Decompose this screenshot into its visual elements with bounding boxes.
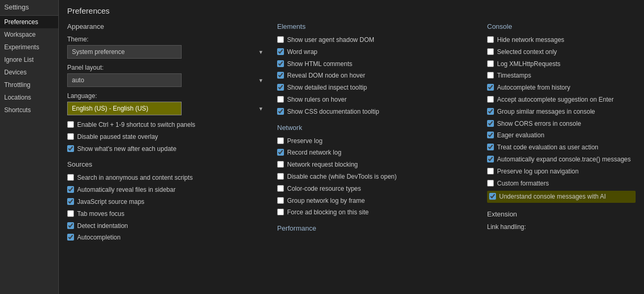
checkbox-preservelognavrow[interactable]: [487, 168, 494, 175]
checkbox-forceadblock-label: Force ad blocking on this site: [287, 208, 368, 217]
checkbox-eagerevaluation-row: Eager evaluation: [487, 131, 636, 140]
sidebar-item-shortcuts[interactable]: Shortcuts: [0, 104, 58, 116]
checkbox-selectedcontext[interactable]: [487, 48, 494, 55]
checkbox-timestamps-label: Timestamps: [497, 71, 531, 80]
checkbox-rulersonhover-label: Show rulers on hover: [287, 95, 346, 104]
checkbox-colorcoderesource[interactable]: [277, 185, 284, 192]
checkbox-customformatters-row: Custom formatters: [487, 179, 636, 188]
sidebar-title: Settings: [0, 0, 58, 16]
checkbox-ctrl19[interactable]: [67, 121, 74, 128]
checkbox-selectedcontext-label: Selected context only: [497, 48, 557, 57]
checkbox-jssourcemaps[interactable]: [67, 198, 74, 205]
checkbox-eagerevaluation[interactable]: [487, 132, 494, 138]
checkbox-autoexpandtrace[interactable]: [487, 156, 494, 162]
checkbox-timestamps-row: Timestamps: [487, 71, 636, 80]
checkbox-jssourcemaps-row: JavaScript source maps: [67, 198, 267, 206]
checkbox-networkreqblock[interactable]: [277, 161, 284, 168]
checkbox-anoncontent-label: Search in anonymous and content scripts: [77, 173, 193, 182]
sources-section-title: Sources: [67, 160, 267, 168]
checkbox-groupnetwork[interactable]: [277, 197, 284, 204]
theme-select[interactable]: System preference Light Dark: [67, 45, 182, 59]
checkbox-detailedinspect-label: Show detailed inspect tooltip: [287, 83, 367, 92]
checkbox-acceptautocomplete-row: Accept autocomplete suggestion on Enter: [487, 95, 636, 104]
checkbox-treatcodeeval[interactable]: [487, 144, 494, 150]
checkbox-revealdom[interactable]: [277, 72, 284, 79]
checkbox-revealdom-row: Reveal DOM node on hover: [277, 71, 477, 80]
performance-section: Performance: [277, 224, 477, 232]
checkbox-colorcoderesource-label: Color-code resource types: [287, 184, 361, 193]
checkbox-shadowdom[interactable]: [277, 36, 284, 43]
checkbox-whatsnew[interactable]: [67, 145, 74, 152]
link-handling-label: Link handling:: [487, 223, 636, 231]
checkbox-rulersonhover[interactable]: [277, 96, 284, 103]
performance-section-title: Performance: [277, 224, 477, 232]
checkbox-forceadblock[interactable]: [277, 209, 284, 215]
checkbox-recordnetwork-label: Record network log: [287, 148, 341, 157]
checkbox-htmlcomments[interactable]: [277, 60, 284, 67]
checkbox-understandconsole[interactable]: [489, 193, 496, 200]
extension-section: Extension Link handling:: [487, 210, 636, 231]
checkbox-selectedcontext-row: Selected context only: [487, 48, 636, 57]
checkbox-preservelognavrow-label: Preserve log upon navigation: [497, 167, 578, 176]
sidebar-item-experiments[interactable]: Experiments: [0, 41, 58, 53]
checkbox-htmlcomments-row: Show HTML comments: [277, 60, 477, 69]
checkbox-disablecache-label: Disable cache (while DevTools is open): [287, 172, 397, 181]
panel-select-wrapper: auto horizontal vertical ▼: [67, 73, 267, 87]
sidebar-item-locations[interactable]: Locations: [0, 91, 58, 104]
sidebar-item-preferences[interactable]: Preferences: [0, 16, 58, 28]
col-left: Appearance Theme: System preference Ligh…: [67, 23, 267, 245]
checkbox-groupnetwork-row: Group network log by frame: [277, 197, 477, 205]
checkbox-timestamps[interactable]: [487, 72, 494, 79]
checkbox-revealdom-label: Reveal DOM node on hover: [287, 71, 365, 80]
checkbox-disablecache[interactable]: [277, 173, 284, 180]
checkbox-autocompletehistory-row: Autocomplete from history: [487, 83, 636, 92]
sidebar-item-throttling[interactable]: Throttling: [0, 79, 58, 91]
checkbox-detailedinspect[interactable]: [277, 84, 284, 91]
checkbox-hidenetwork[interactable]: [487, 36, 494, 43]
sidebar-item-ignore-list[interactable]: Ignore List: [0, 53, 58, 66]
checkbox-wordwrap[interactable]: [277, 48, 284, 55]
checkbox-tabfocus-row: Tab moves focus: [67, 210, 267, 219]
extension-section-title: Extension: [487, 210, 636, 218]
panel-select[interactable]: auto horizontal vertical: [67, 73, 182, 87]
theme-select-arrow: ▼: [258, 49, 263, 55]
checkbox-tabfocus-label: Tab moves focus: [77, 210, 124, 219]
checkbox-detectindent-row: Detect indentation: [67, 222, 267, 231]
checkbox-recordnetwork[interactable]: [277, 149, 284, 156]
checkbox-htmlcomments-label: Show HTML comments: [287, 60, 352, 69]
sidebar-item-workspace[interactable]: Workspace: [0, 28, 58, 41]
language-label: Language:: [67, 92, 267, 100]
checkbox-anoncontent-row: Search in anonymous and content scripts: [67, 173, 267, 182]
checkbox-customformatters[interactable]: [487, 180, 494, 187]
checkbox-logxmlhttp[interactable]: [487, 60, 494, 67]
checkbox-cssdocs[interactable]: [277, 108, 284, 115]
checkbox-pauseoverlay[interactable]: [67, 133, 74, 140]
checkbox-acceptautocomplete[interactable]: [487, 96, 494, 103]
checkbox-preservelog-row: Preserve log: [277, 137, 477, 146]
checkbox-networkreqblock-row: Network request blocking: [277, 160, 477, 169]
sidebar-item-devices[interactable]: Devices: [0, 66, 58, 79]
checkbox-showcors[interactable]: [487, 120, 494, 127]
panel-select-arrow: ▼: [258, 78, 263, 83]
checkbox-autocomplete[interactable]: [67, 234, 74, 241]
checkbox-preservelog[interactable]: [277, 137, 284, 144]
checkbox-autocompletehistory[interactable]: [487, 84, 494, 91]
checkbox-autoexpandtrace-label: Automatically expand console.trace() mes…: [497, 155, 631, 164]
sidebar: Settings Preferences Workspace Experimen…: [0, 0, 59, 294]
checkbox-autoexpandtrace-row: Automatically expand console.trace() mes…: [487, 155, 636, 164]
language-select[interactable]: English (US) - English (US): [67, 102, 182, 115]
checkbox-anoncontent[interactable]: [67, 174, 74, 181]
checkbox-treatcodeeval-row: Treat code evaluation as user action: [487, 143, 636, 152]
checkbox-detectindent[interactable]: [67, 222, 74, 229]
checkbox-hidenetwork-row: Hide network messages: [487, 36, 636, 45]
checkbox-rulersonhover-row: Show rulers on hover: [277, 95, 477, 104]
checkbox-groupsimilar[interactable]: [487, 108, 494, 115]
checkbox-tabfocus[interactable]: [67, 210, 74, 217]
checkbox-showcors-row: Show CORS errors in console: [487, 119, 636, 128]
checkbox-revealfiles[interactable]: [67, 186, 74, 193]
checkbox-groupsimilar-label: Group similar messages in console: [497, 107, 595, 116]
theme-label: Theme:: [67, 36, 267, 43]
checkbox-autocomplete-row: Autocompletion: [67, 233, 267, 242]
checkbox-showcors-label: Show CORS errors in console: [497, 119, 581, 128]
checkbox-customformatters-label: Custom formatters: [497, 179, 549, 188]
